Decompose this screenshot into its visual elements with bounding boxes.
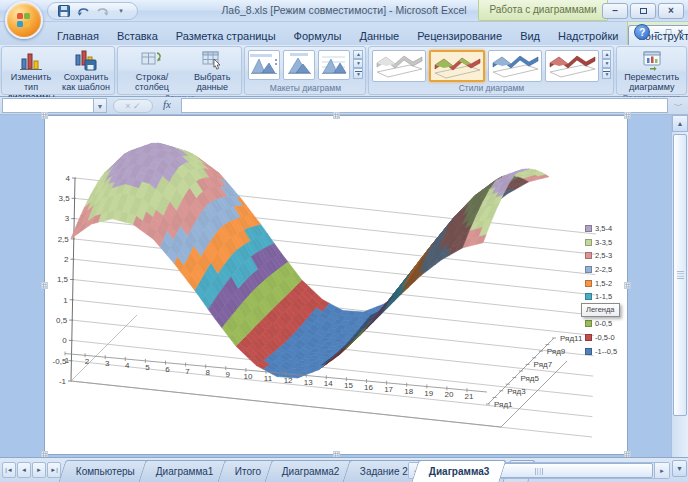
- first-sheet-icon[interactable]: |◄: [2, 462, 16, 478]
- selection-handle[interactable]: [333, 112, 340, 119]
- switch-row-column-button[interactable]: Строка/столбец: [120, 48, 184, 93]
- svg-text:3,5: 3,5: [58, 194, 70, 203]
- scroll-up-icon[interactable]: ▲: [672, 115, 688, 132]
- name-box-dropdown-icon[interactable]: ▼: [94, 98, 107, 113]
- sheet-nav-buttons: |◄ ◄ ► ►|: [2, 462, 61, 478]
- selection-handle[interactable]: [41, 282, 48, 289]
- redo-icon[interactable]: [94, 4, 110, 19]
- legend-label: 1,5-2: [595, 279, 612, 288]
- svg-text:8: 8: [205, 368, 210, 377]
- ribbon-tab-Надстройки[interactable]: Надстройки: [549, 26, 627, 45]
- legend-label: -1--0,5: [595, 347, 617, 356]
- prev-sheet-icon[interactable]: ◄: [17, 462, 31, 478]
- scroll-right-icon[interactable]: ►: [654, 463, 669, 478]
- ribbon-tab-Главная[interactable]: Главная: [48, 26, 108, 45]
- ribbon-tab-Вставка[interactable]: Вставка: [108, 26, 167, 45]
- ribbon: Изменить тип диаграммы Сохранить как шаб…: [0, 45, 688, 97]
- select-data-button[interactable]: Выбрать данные: [185, 48, 239, 93]
- undo-icon[interactable]: [75, 4, 91, 19]
- svg-text:2,5: 2,5: [58, 235, 70, 244]
- insert-function-icon[interactable]: fx: [157, 98, 177, 113]
- last-sheet-icon[interactable]: ►|: [47, 462, 61, 478]
- legend-swatch: [585, 320, 592, 327]
- selection-handle[interactable]: [624, 112, 631, 119]
- chart-style-4-thumbnail[interactable]: [545, 50, 599, 82]
- svg-text:Ряд7: Ряд7: [534, 360, 553, 369]
- svg-text:11: 11: [264, 374, 273, 383]
- svg-text:Ряд1: Ряд1: [494, 400, 513, 409]
- save-icon[interactable]: [56, 4, 72, 19]
- ribbon-tab-Вид[interactable]: Вид: [511, 26, 549, 45]
- minimize-button[interactable]: –: [602, 3, 628, 19]
- legend-entry: 2,5-3: [585, 249, 629, 263]
- styles-scroll-down-icon[interactable]: ▼: [602, 59, 611, 68]
- ribbon-tab-Формулы[interactable]: Формулы: [285, 26, 351, 45]
- chart-style-1-thumbnail[interactable]: [372, 50, 426, 82]
- svg-text:Ряд3: Ряд3: [507, 387, 526, 396]
- svg-text:21: 21: [465, 392, 474, 401]
- group-label-chart-styles: Стили диаграмм: [369, 83, 613, 94]
- name-box[interactable]: [2, 98, 94, 113]
- qat-customize-dropdown-icon[interactable]: ▾: [113, 4, 129, 19]
- svg-text:16: 16: [364, 383, 373, 392]
- save-as-template-button[interactable]: Сохранить как шаблон: [59, 48, 113, 93]
- title-bar: ▾ Ла6_8.xls [Режим совместимости] - Micr…: [0, 0, 688, 22]
- workbook-window-controls[interactable]: – □ ×: [654, 27, 685, 37]
- sheet-tab-Диаграмма3[interactable]: Диаграмма3: [412, 460, 508, 482]
- selection-handle[interactable]: [624, 282, 631, 289]
- help-icon[interactable]: ?: [634, 24, 650, 40]
- ribbon-tabs: ГлавнаяВставкаРазметка страницыФормулыДа…: [48, 26, 627, 45]
- office-button[interactable]: [5, 1, 43, 39]
- formula-bar-row: ▼ × ✓ fx ﹀: [0, 97, 688, 115]
- expand-formula-bar-icon[interactable]: ﹀: [672, 99, 685, 113]
- restore-button[interactable]: [630, 3, 656, 19]
- select-data-icon: [200, 49, 224, 71]
- svg-text:1: 1: [63, 296, 68, 305]
- svg-text:1,5: 1,5: [57, 275, 69, 284]
- svg-text:4: 4: [66, 174, 71, 183]
- quick-access-toolbar: ▾: [47, 2, 138, 20]
- ribbon-tab-Разметка страницы[interactable]: Разметка страницы: [167, 26, 285, 45]
- ribbon-tab-Рецензирование[interactable]: Рецензирование: [408, 26, 511, 45]
- chart-template-icon: [74, 49, 98, 71]
- close-button[interactable]: ×: [658, 3, 684, 19]
- ribbon-tab-Данные[interactable]: Данные: [350, 26, 408, 45]
- chart-legend[interactable]: 3,5-43-3,52,5-32-2,51,5-21-1,50,5-10-0,5…: [585, 222, 629, 358]
- switch-row-column-label: Строка/столбец: [122, 72, 182, 92]
- chart-layout-3-thumbnail[interactable]: [318, 50, 350, 80]
- svg-text:6: 6: [165, 365, 170, 374]
- selection-handle[interactable]: [41, 112, 48, 119]
- chart-layout-2-thumbnail[interactable]: [283, 50, 315, 80]
- excel-window: { "window": { "title": "Ла6_8.xls [Режим…: [0, 0, 688, 482]
- layouts-scroll-down-icon[interactable]: ▼: [353, 59, 363, 68]
- chart-style-3-thumbnail[interactable]: [488, 50, 542, 82]
- ribbon-tab-row: ГлавнаяВставкаРазметка страницыФормулыДа…: [0, 22, 688, 45]
- svg-text:Ряд9: Ряд9: [547, 347, 566, 356]
- legend-entry: -1--0,5: [585, 344, 629, 358]
- legend-label: 0-0,5: [595, 319, 612, 328]
- sheet-tab-label: Диаграмма1: [156, 466, 214, 477]
- layouts-more-icon[interactable]: ▼: [353, 68, 363, 79]
- chart-layout-1-thumbnail[interactable]: [248, 50, 280, 80]
- move-chart-button[interactable]: Переместить диаграмму: [619, 48, 684, 93]
- legend-swatch: [585, 348, 592, 355]
- svg-text:Ряд5: Ряд5: [520, 374, 539, 383]
- change-chart-type-button[interactable]: Изменить тип диаграммы: [4, 48, 58, 103]
- svg-text:18: 18: [404, 387, 413, 396]
- chart-area[interactable]: 43,532,521,510,50-0,5-112345678910111213…: [44, 115, 628, 455]
- sheet-tab-bar: |◄ ◄ ► ►| КомпьютерыДиаграмма1ИтогоДиагр…: [0, 457, 688, 482]
- vertical-scroll-thumb[interactable]: [673, 134, 687, 416]
- vertical-scrollbar[interactable]: ▲: [671, 115, 688, 457]
- layouts-scroll-up-icon[interactable]: ▲: [353, 50, 363, 59]
- next-sheet-icon[interactable]: ►: [32, 462, 46, 478]
- scroll-down-icon[interactable]: ▼: [672, 460, 687, 477]
- formula-input[interactable]: [181, 98, 668, 113]
- chart-style-2-thumbnail[interactable]: [429, 50, 485, 82]
- styles-scroll-up-icon[interactable]: ▲: [602, 50, 611, 59]
- svg-text:5: 5: [145, 363, 150, 372]
- surface-chart[interactable]: 43,532,521,510,50-0,5-112345678910111213…: [45, 116, 629, 456]
- styles-more-icon[interactable]: ▼: [602, 68, 611, 79]
- ribbon-group-location: Переместить диаграмму Расположение: [616, 46, 687, 95]
- office-logo-icon: [17, 13, 31, 27]
- ribbon-group-chart-layouts: ▲ ▼ ▼ Макеты диаграмм: [244, 46, 366, 95]
